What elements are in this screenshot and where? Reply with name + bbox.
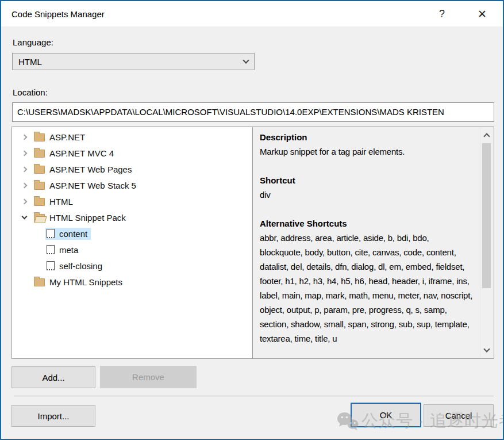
language-select[interactable]: HTML: [12, 53, 255, 70]
language-selected-value: HTML: [18, 57, 244, 67]
chevron-down-icon: [243, 57, 249, 63]
tree-item-label: meta: [59, 245, 78, 255]
tree-item-asp-net-web-pages[interactable]: ASP.NET Web Pages: [12, 161, 252, 177]
chevron-right-icon[interactable]: [19, 183, 29, 188]
folder-icon: [34, 198, 45, 206]
tree-item-html[interactable]: HTML: [12, 193, 252, 209]
tree-item-html-snippet-pack[interactable]: HTML Snippet Pack: [12, 209, 252, 225]
tree-item-label: ASP.NET Web Stack 5: [49, 181, 136, 190]
tree-item-asp-net-web-stack-5[interactable]: ASP.NET Web Stack 5: [12, 177, 252, 193]
scroll-down-icon[interactable]: [480, 343, 493, 358]
folder-icon: [34, 133, 45, 141]
alternative-shortcuts-text: abbr, address, area, article, aside, b, …: [260, 231, 474, 346]
code-snippets-manager-dialog: Code Snippets Manager ? ✕ Language: HTML…: [0, 0, 504, 440]
chevron-down-icon[interactable]: [19, 216, 29, 219]
snippet-tree: ASP.NET ASP.NET MVC 4 ASP.NET Web Pages …: [11, 127, 253, 359]
snippet-icon: [47, 245, 55, 254]
chevron-right-icon[interactable]: [19, 167, 29, 171]
snippet-icon: [47, 261, 55, 270]
tree-item-my-html-snippets[interactable]: My HTML Snippets: [12, 274, 252, 290]
folder-icon: [34, 150, 45, 158]
shortcut-text: div: [260, 188, 474, 202]
window-title: Code Snippets Manager: [1, 9, 429, 19]
tree-item-asp-net-mvc-4[interactable]: ASP.NET MVC 4: [12, 145, 252, 161]
title-bar[interactable]: Code Snippets Manager ? ✕: [1, 1, 503, 26]
chevron-right-icon[interactable]: [19, 135, 29, 139]
shortcut-heading: Shortcut: [260, 173, 474, 188]
tree-item-label: HTML: [49, 197, 73, 206]
tree-item-content[interactable]: content: [12, 225, 252, 242]
folder-icon: [34, 182, 45, 190]
alternative-shortcuts-heading: Alternative Shortcuts: [260, 216, 474, 231]
language-label: Language:: [13, 37, 53, 47]
folder-icon: [34, 166, 45, 174]
add-button[interactable]: Add...: [11, 366, 95, 388]
divider: [14, 396, 494, 396]
details-scrollbar[interactable]: [480, 128, 493, 358]
close-button[interactable]: ✕: [470, 1, 495, 26]
tree-item-label: ASP.NET: [49, 132, 85, 142]
tree-item-label: ASP.NET Web Pages: [49, 164, 132, 174]
description-text: Markup snippet for a tag pair elements.: [260, 144, 474, 159]
scroll-up-icon[interactable]: [480, 128, 493, 143]
description-heading: Description: [260, 130, 474, 144]
details-panel: Description Markup snippet for a tag pai…: [253, 127, 494, 359]
open-folder-icon: [34, 214, 45, 222]
snippet-icon: [47, 229, 55, 238]
help-button[interactable]: ?: [429, 1, 455, 26]
remove-button: Remove: [100, 366, 197, 388]
scrollbar-thumb[interactable]: [482, 143, 491, 288]
chevron-right-icon[interactable]: [19, 151, 29, 155]
tree-item-label: content: [59, 229, 87, 239]
chevron-right-icon[interactable]: [19, 200, 29, 204]
location-input[interactable]: C:\USERS\MADSK\APPDATA\LOCAL\MICROSOFT\V…: [12, 102, 494, 122]
tree-item-label: self-closing: [59, 261, 102, 271]
folder-icon: [34, 278, 45, 286]
cancel-button[interactable]: Cancel: [424, 404, 494, 427]
tree-item-asp-net[interactable]: ASP.NET: [12, 129, 252, 145]
tree-item-self-closing[interactable]: self-closing: [12, 258, 252, 274]
ok-button[interactable]: OK: [351, 403, 421, 427]
tree-item-label: ASP.NET MVC 4: [49, 148, 114, 158]
import-button[interactable]: Import...: [11, 405, 95, 427]
tree-item-label: HTML Snippet Pack: [49, 213, 126, 223]
location-label: Location:: [13, 87, 48, 97]
tree-item-meta[interactable]: meta: [12, 242, 252, 258]
tree-item-label: My HTML Snippets: [49, 277, 122, 287]
